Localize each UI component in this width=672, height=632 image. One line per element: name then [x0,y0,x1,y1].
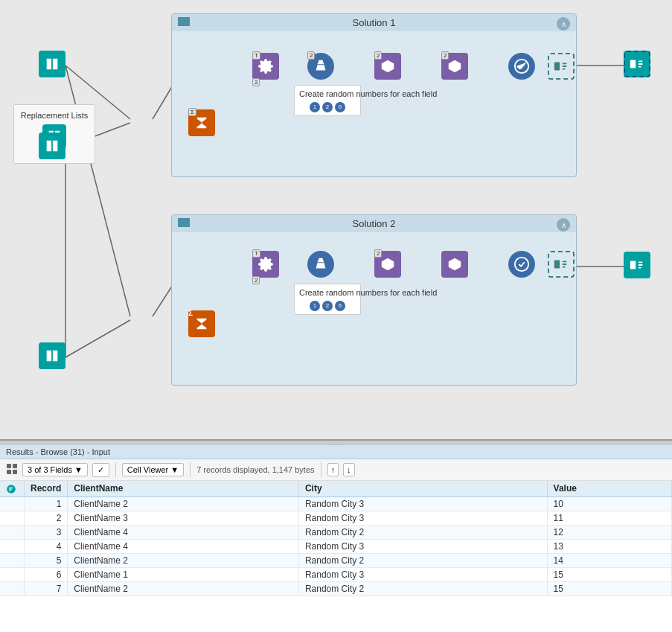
svg-rect-30 [13,470,17,474]
viewer-dropdown-btn[interactable]: Cell Viewer ▼ [122,463,184,476]
row-clientname: ClientName 2 [68,497,299,511]
row-number: 1 [25,497,68,511]
grid-icon[interactable] [6,463,18,477]
row-number: 3 [25,525,68,539]
row-clientname: ClientName 4 [68,539,299,553]
svg-rect-26 [630,261,636,269]
row-icon-cell [0,539,25,553]
col-header-record-label[interactable]: Record [25,481,68,497]
solution1-title: Solution 1 [353,17,396,28]
solution2-collapse[interactable]: ∧ [557,218,570,232]
row-value: 12 [547,525,671,539]
row-city: Random City 3 [298,497,547,511]
table-row[interactable]: 7 ClientName 2 Random City 2 15 [0,581,672,596]
row-clientname: ClientName 2 [68,581,299,596]
solution2-title: Solution 2 [353,218,396,229]
replacement-lists-label: Replacement Lists [20,111,89,120]
s1-tooltip-text: Create random numbers for each field [299,89,437,98]
results-toolbar: 3 of 3 Fields ▼ ✓ Cell Viewer ▼ 7 record… [0,459,672,481]
book-node-1[interactable] [39,51,65,77]
table-row[interactable]: 1 ClientName 2 Random City 3 10 [0,497,672,511]
table-row[interactable]: 4 ClientName 4 Random City 3 13 [0,539,672,553]
row-icon-cell [0,511,25,525]
svg-rect-22 [630,60,636,68]
svg-rect-27 [7,464,11,468]
s2-select2-node[interactable] [441,251,468,278]
row-city: Random City 3 [298,511,547,525]
row-clientname: ClientName 4 [68,525,299,539]
s2-formula-node[interactable] [188,310,215,337]
row-icon-cell [0,525,25,539]
data-table-container: Record ClientName City Value 1 ClientNam… [0,481,672,596]
table-row[interactable]: 5 ClientName 2 Random City 2 14 [0,553,672,567]
row-icon-cell [0,553,25,567]
col-header-clientname[interactable]: ClientName [68,481,299,497]
row-number: 6 [25,567,68,581]
row-clientname: ClientName 2 [68,553,299,567]
solution1-header: Solution 1 ∧ [172,14,576,31]
row-city: Random City 2 [298,581,547,596]
divider-3 [321,462,321,477]
table-row[interactable]: 2 ClientName 3 Random City 3 11 [0,511,672,525]
row-value: 14 [547,553,671,567]
solution1-collapse[interactable]: ∧ [557,17,570,31]
results-panel: Results - Browse (31) - Input 3 of 3 Fie… [0,439,672,632]
row-value: 11 [547,511,671,525]
svg-line-11 [65,320,130,357]
s1-tooltip: Create random numbers for each field 1 2… [294,85,361,116]
viewer-dropdown-arrow: ▼ [170,465,179,474]
row-number: 7 [25,581,68,596]
browse-out-node-1[interactable] [624,51,650,77]
s1-check-node[interactable] [508,53,535,80]
s2-browse-node[interactable] [548,251,575,278]
check-btn[interactable]: ✓ [92,463,109,477]
solution1-icon [178,17,190,26]
row-clientname: ClientName 3 [68,511,299,525]
row-icon-cell [0,497,25,511]
sort-asc-btn[interactable]: ↑ [327,463,339,476]
row-icon-cell [0,581,25,596]
row-clientname: ClientName 1 [68,567,299,581]
row-icon-cell [0,567,25,581]
book-node-2[interactable] [39,133,65,159]
svg-rect-29 [7,470,11,474]
row-city: Random City 2 [298,525,547,539]
row-city: Random City 2 [298,553,547,567]
solution2-box: Solution 2 ∧ T 2 Create random numbers f… [171,214,577,386]
row-value: 13 [547,539,671,553]
table-row[interactable]: 6 ClientName 1 Random City 3 15 [0,567,672,581]
sort-desc-btn[interactable]: ↓ [343,463,355,476]
col-header-value[interactable]: Value [547,481,671,497]
s2-tooltip: Create random numbers for each field 1 2… [294,284,361,315]
fields-label: 3 of 3 Fields [28,465,72,474]
table-row[interactable]: 3 ClientName 4 Random City 2 12 [0,525,672,539]
results-title-bar: Results - Browse (31) - Input [0,445,672,459]
data-table: Record ClientName City Value 1 ClientNam… [0,481,672,596]
s1-browse-node[interactable] [548,53,575,80]
records-info: 7 records displayed, 1,147 bytes [196,465,314,474]
svg-line-9 [65,66,130,316]
svg-point-24 [515,258,528,271]
book-node-3[interactable] [39,342,65,369]
viewer-label: Cell Viewer [127,465,168,474]
row-city: Random City 3 [298,567,547,581]
fields-dropdown-btn[interactable]: 3 of 3 Fields ▼ [22,463,88,476]
browse-out-node-2[interactable] [624,252,650,278]
row-number: 5 [25,553,68,567]
col-header-city[interactable]: City [298,481,547,497]
col-header-record [0,481,25,497]
row-city: Random City 3 [298,539,547,553]
solution2-icon [178,218,190,227]
s2-flask-node[interactable] [307,251,334,278]
svg-rect-21 [554,63,560,71]
row-value: 15 [547,567,671,581]
row-value: 10 [547,497,671,511]
results-title: Results - Browse (31) - Input [6,447,110,456]
solution1-box: Solution 1 ∧ T 2 2 Create random numbers… [171,13,577,177]
s2-tooltip-text: Create random numbers for each field [299,288,437,297]
row-number: 4 [25,539,68,553]
s2-check-node[interactable] [508,251,535,278]
svg-rect-25 [554,261,560,269]
divider-1 [115,462,116,477]
svg-rect-28 [13,464,17,468]
